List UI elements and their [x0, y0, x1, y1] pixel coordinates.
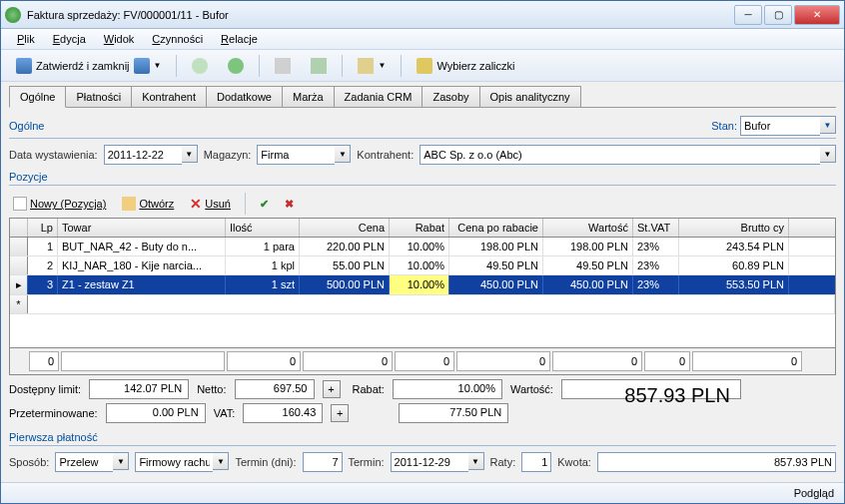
usun-button[interactable]: ✕Usuń: [186, 194, 235, 214]
vat-label: VAT:: [214, 407, 236, 419]
window: Faktura sprzedaży: FV/000001/11 - Bufor …: [0, 0, 845, 504]
titlebar[interactable]: Faktura sprzedaży: FV/000001/11 - Bufor …: [1, 1, 844, 29]
col-towar[interactable]: Towar: [58, 219, 226, 237]
dostepny-label: Dostępny limit:: [9, 383, 81, 395]
otworz-button[interactable]: Otwórz: [118, 195, 178, 213]
table-row[interactable]: 1BUT_NAR_42 - Buty do n...1 para220.00 P…: [10, 238, 835, 256]
podglad-link[interactable]: Podgląd: [794, 487, 834, 499]
col-vat[interactable]: St.VAT: [633, 219, 679, 237]
wartosc-value: 857.93 PLN: [561, 379, 741, 399]
col-cena[interactable]: Cena: [300, 219, 390, 237]
check-icon: ✔: [260, 198, 269, 211]
kwota-label: Kwota:: [557, 456, 591, 468]
close-button[interactable]: ✕: [794, 5, 840, 25]
menu-plik[interactable]: Plik: [9, 31, 43, 47]
kontrahent-dropdown[interactable]: ▼: [820, 145, 836, 163]
menu-relacje[interactable]: Relacje: [213, 31, 266, 47]
menu-edycja[interactable]: Edycja: [45, 31, 94, 47]
grid-footer: 0 0 0 0 0 0 0 0: [10, 347, 835, 374]
menu-widok[interactable]: Widok: [96, 31, 143, 47]
col-brutto[interactable]: Brutto cy: [679, 219, 789, 237]
termin-dni-input[interactable]: [303, 452, 343, 472]
tab-marza[interactable]: Marża: [282, 86, 335, 107]
raty-input[interactable]: [521, 452, 551, 472]
vat-value: 160.43: [243, 403, 323, 423]
termin-dropdown[interactable]: ▼: [468, 452, 484, 470]
przeterminowane-value: 0.00 PLN: [106, 403, 206, 423]
tab-zadania[interactable]: Zadania CRM: [334, 86, 423, 107]
termin-dni-label: Termin (dni):: [235, 456, 296, 468]
netto-plus[interactable]: +: [323, 380, 341, 398]
zaliczki-button[interactable]: Wybierz zaliczki: [410, 54, 521, 78]
col-lp[interactable]: Lp: [28, 219, 58, 237]
rachunek-input[interactable]: [135, 452, 213, 472]
statusbar: Podgląd: [1, 482, 844, 503]
tab-ogolne[interactable]: Ogólne: [9, 86, 66, 108]
stan-dropdown[interactable]: ▼: [820, 116, 836, 134]
new-icon: [13, 197, 27, 211]
tab-kontrahent[interactable]: Kontrahent: [131, 86, 207, 107]
positions-toolbar: Nowy (Pozycja) Otwórz ✕Usuń ✔ ✖: [9, 190, 836, 218]
termin-label: Termin:: [349, 456, 385, 468]
save-close-button[interactable]: Zatwierdź i zamknij ▼: [9, 54, 168, 78]
rabat-val: 77.50 PLN: [399, 403, 508, 423]
disk-icon: [134, 58, 150, 74]
table-row[interactable]: 2KIJ_NAR_180 - Kije narcia...1 kpl55.00 …: [10, 256, 835, 275]
forward-icon: [228, 58, 244, 74]
netto-value: 697.50: [235, 379, 315, 399]
kwota-input[interactable]: [597, 452, 836, 472]
tabs: Ogólne Płatności Kontrahent Dodatkowe Ma…: [9, 86, 836, 108]
refresh-button[interactable]: [304, 54, 334, 78]
grid-body[interactable]: 1BUT_NAR_42 - Buty do n...1 para220.00 P…: [10, 238, 835, 347]
app-icon: [5, 7, 21, 23]
sposob-label: Sposób:: [9, 456, 49, 468]
nav-back-button[interactable]: [185, 54, 215, 78]
data-dropdown[interactable]: ▼: [182, 145, 198, 163]
magazyn-input[interactable]: [257, 145, 335, 165]
wand-icon: [417, 58, 432, 74]
table-row[interactable]: ▸3Z1 - zestaw Z11 szt500.00 PLN10.00%450…: [10, 275, 835, 295]
kontrahent-input[interactable]: [420, 145, 820, 165]
cancel-button[interactable]: ✖: [281, 196, 298, 213]
content: Ogólne Płatności Kontrahent Dodatkowe Ma…: [1, 82, 844, 482]
minimize-button[interactable]: ─: [734, 5, 762, 25]
nowy-button[interactable]: Nowy (Pozycja): [9, 195, 110, 213]
toolbar: Zatwierdź i zamknij ▼ ▼ Wybierz zaliczki: [1, 50, 844, 82]
magazyn-dropdown[interactable]: ▼: [335, 145, 351, 163]
dostepny-value: 142.07 PLN: [89, 379, 189, 399]
back-icon: [192, 58, 208, 74]
x-icon: ✖: [285, 198, 294, 211]
section-platnosc: Pierwsza płatność: [9, 429, 836, 446]
data-input[interactable]: [104, 145, 182, 165]
col-cpr[interactable]: Cena po rabacie: [449, 219, 543, 237]
menubar: Plik Edycja Widok Czynności Relacje: [1, 29, 844, 50]
print-button[interactable]: ▼: [351, 54, 393, 78]
wartosc-label: Wartość:: [510, 383, 553, 395]
check-button[interactable]: ✔: [256, 196, 273, 213]
netto-label: Netto:: [197, 383, 226, 395]
tools-button[interactable]: [268, 54, 298, 78]
maximize-button[interactable]: ▢: [764, 5, 792, 25]
grid-header: Lp Towar Ilość Cena Rabat Cena po rabaci…: [10, 219, 835, 238]
tab-dodatkowe[interactable]: Dodatkowe: [206, 86, 283, 107]
tab-zasoby[interactable]: Zasoby: [422, 86, 479, 107]
print-icon: [358, 58, 374, 74]
section-ogolne: Ogólne Stan: ▼: [9, 114, 836, 139]
vat-plus[interactable]: +: [331, 404, 349, 422]
termin-input[interactable]: [391, 452, 468, 472]
rabat-label: Rabat:: [353, 383, 385, 395]
stan-input[interactable]: [740, 116, 820, 136]
tab-opis[interactable]: Opis analityczny: [479, 86, 581, 107]
nav-fwd-button[interactable]: [221, 54, 251, 78]
rachunek-dropdown[interactable]: ▼: [213, 452, 229, 470]
col-ilosc[interactable]: Ilość: [226, 219, 300, 237]
col-rabat[interactable]: Rabat: [390, 219, 449, 237]
tab-platnosci[interactable]: Płatności: [65, 86, 132, 107]
positions-grid: Lp Towar Ilość Cena Rabat Cena po rabaci…: [9, 218, 836, 375]
menu-czynnosci[interactable]: Czynności: [144, 31, 211, 47]
col-wart[interactable]: Wartość: [543, 219, 633, 237]
sposob-input[interactable]: [55, 452, 113, 472]
save-icon: [16, 58, 32, 74]
window-title: Faktura sprzedaży: FV/000001/11 - Bufor: [27, 9, 734, 21]
sposob-dropdown[interactable]: ▼: [113, 452, 129, 470]
